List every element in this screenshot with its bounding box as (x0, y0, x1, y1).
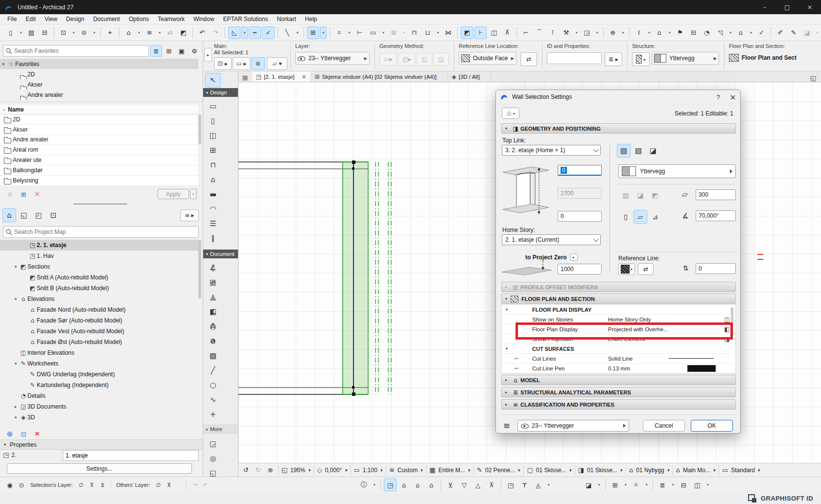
door-tool-icon[interactable]: ◫ (205, 128, 221, 143)
menu-item[interactable]: Teamwork (153, 14, 189, 24)
sign-in-icon[interactable]: ⊘ (78, 26, 90, 39)
favorites-root[interactable]: ▾☆Favorites (0, 59, 198, 69)
3d-cutaway-icon[interactable]: ◳ (504, 479, 517, 491)
wall-slanted-icon[interactable]: ▱ (633, 210, 647, 224)
dropdown-arrow-icon[interactable]: ▾ (643, 479, 650, 491)
menu-item[interactable]: View (40, 14, 62, 24)
geometry-curved-icon[interactable]: ◱ (417, 53, 432, 66)
tree-item-details[interactable]: ◔Details (0, 390, 198, 401)
flip-reference-button[interactable]: ⇄ (638, 263, 654, 275)
tree-item-3d[interactable]: ▾◈3D (0, 412, 198, 423)
reference-line-combo[interactable]: Outside Face ▶ (459, 52, 516, 65)
maximize-button[interactable]: □ (776, 0, 798, 14)
dropdown-arrow-icon[interactable]: ▾ (401, 26, 407, 39)
renovation-filter-combo[interactable]: ⌂01 Nybygg (626, 465, 673, 476)
issue-manager-icon[interactable]: ✓ (755, 26, 768, 39)
story-up-icon[interactable]: ⌂ (398, 479, 410, 491)
top-link-select[interactable]: 3. 2. etasje (Home + 1) (502, 145, 601, 156)
tree-item[interactable]: ◩Snitt B (Auto-rebuild Model) (0, 283, 198, 294)
ok-button[interactable]: OK (691, 420, 733, 432)
properties-list-icon[interactable]: ≣ ▸ (605, 52, 622, 66)
cut-line-pen-row[interactable]: ⌐Cut Line Pen0.13 mm243 (502, 364, 735, 373)
floor-plan-display-combo[interactable]: Floor Plan and Sect (729, 54, 820, 62)
grid-snap-icon[interactable]: ⌗ (333, 26, 345, 39)
wall-vertical-icon[interactable]: ▯ (619, 210, 633, 224)
dropdown-arrow-icon[interactable]: ▾ (573, 26, 580, 39)
close-tab-icon[interactable]: × (302, 73, 306, 80)
tree-item[interactable]: ◩Snitt A (Auto-rebuild Model) (0, 272, 198, 283)
dialog-close-button[interactable]: × (726, 91, 740, 103)
favorites-list-item[interactable]: Belysning (0, 176, 198, 186)
fill-tool-icon[interactable]: ▨ (205, 348, 221, 363)
favorites-palette-icon[interactable]: ⌂ (122, 26, 135, 39)
new-icon[interactable]: ▯ (4, 26, 17, 39)
trace-virtual-icon[interactable]: ◪ (582, 479, 595, 491)
snap-elements-icon[interactable]: ◩ (461, 26, 473, 39)
fillet-icon[interactable]: ⌒ (533, 26, 545, 39)
resize-icon[interactable]: ◲ (581, 26, 593, 39)
project-map-icon[interactable]: ⌂ (2, 208, 16, 222)
cut-lines-row[interactable]: ⌐Cut LinesSolid Line (502, 354, 735, 364)
snap-guides-icon[interactable]: ╍ (249, 26, 261, 39)
quad-view-icon[interactable]: ⊞ (242, 74, 248, 82)
properties-section-bar[interactable]: ▾ Properties (0, 439, 203, 450)
print-icon[interactable]: ⊟ (38, 26, 50, 39)
walkthrough-icon[interactable]: ϒ (518, 479, 531, 491)
wall-top-slanted-icon[interactable]: ◪ (646, 144, 660, 158)
drafting-aids-icon[interactable]: ▭ (367, 26, 379, 39)
measure-icon[interactable]: ⊔ (422, 26, 434, 39)
spline-tool-icon[interactable]: ∿ (205, 392, 221, 407)
multiply-icon[interactable]: ⊕ (607, 26, 619, 39)
shell-tool-icon[interactable]: ◠ (205, 202, 221, 216)
element-info-icon[interactable]: ⓘ (357, 479, 370, 491)
story-down-icon[interactable]: ⌂ (411, 479, 424, 491)
roof-wizard-icon[interactable]: ⌂ (653, 26, 665, 39)
document-section-header[interactable]: ▾Document (203, 250, 238, 258)
dropdown-arrow-icon[interactable]: ▾ (136, 26, 142, 39)
dropdown-arrow-icon[interactable]: ▾ (435, 26, 441, 39)
marquee-combo-icon[interactable]: ▭ ▸ (233, 57, 250, 70)
dropdown-arrow-icon[interactable]: ▾ (320, 26, 327, 39)
dropdown-arrow-icon[interactable]: ▾ (91, 26, 97, 39)
navigator-menu-button[interactable]: ≡▶ (180, 209, 199, 221)
tree-item[interactable]: ✎DWG Underlag (Independent) (0, 369, 198, 380)
favorites-list-item[interactable]: Areal rom (0, 145, 198, 155)
pen-set-combo[interactable]: ✎02 Penne... (473, 465, 523, 476)
favorites-list-item[interactable]: 2D (0, 115, 198, 125)
view-map-icon[interactable]: ◱ (17, 208, 31, 222)
stair-tool-icon[interactable]: ☰ (205, 216, 221, 231)
geometry-polyline-icon[interactable]: ▭▸ (379, 53, 397, 66)
magnet-icon[interactable]: ⊚ (251, 57, 265, 70)
tree-item[interactable]: ✎Kartunderlag (Independent) (0, 380, 198, 390)
profile-offset-header[interactable]: ▸▧PROFILE OFFSET MODIFIERS (501, 282, 736, 292)
tree-item-sections[interactable]: ▾◩Sections (0, 261, 198, 272)
structural-parameters-header[interactable]: ▸≣STRUCTURAL ANALYTICAL PARAMETERS (501, 387, 736, 397)
mini-redo-icon[interactable]: ↷ (191, 481, 200, 489)
model-header[interactable]: ▸⌂MODEL (501, 375, 736, 385)
marker-down-icon[interactable]: ▽ (458, 479, 470, 491)
pick-up-icon[interactable]: ✐ (774, 26, 786, 39)
window-tool-icon[interactable]: ⊞ (205, 143, 221, 158)
find-select-icon[interactable]: ⌖ (104, 26, 116, 39)
orientation-combo[interactable]: ◇0,000° (314, 465, 351, 476)
project-zero-dropdown[interactable]: ▸ (570, 253, 578, 261)
unlock-selection-layer-icon[interactable]: ⊻ (97, 480, 107, 490)
favorites-search[interactable] (3, 45, 149, 57)
dropdown-arrow-icon[interactable]: ▾ (670, 479, 676, 491)
dialog-scrollbar[interactable] (731, 307, 733, 336)
tree-item-story-2[interactable]: ◳2. 1. etasje (0, 240, 198, 251)
geometry-chained-icon[interactable]: ◲ (433, 53, 449, 66)
home-story-select[interactable]: 2. 1. etasje (Current) (502, 234, 601, 245)
lock-coordinates-icon[interactable]: ⊠ (387, 26, 399, 39)
arrange-icon[interactable]: ⊞ (609, 479, 621, 491)
menu-item[interactable]: Window (189, 14, 219, 24)
floor-plan-window-icon[interactable]: ◳ (384, 479, 397, 491)
wall-top-linked-icon[interactable]: ▧ (632, 144, 645, 158)
dimension-tool-icon[interactable]: ∠ (205, 260, 221, 275)
camera-icon[interactable]: ◹ (714, 26, 726, 39)
wall-polygon-icon[interactable]: ◩ (648, 189, 662, 202)
stretch-icon[interactable]: ⋈ (442, 26, 454, 39)
favorites-scrollbar[interactable] (198, 115, 201, 144)
gravity-icon[interactable]: ╲ (281, 26, 293, 39)
bottom-offset-field[interactable]: 0 (558, 211, 602, 222)
